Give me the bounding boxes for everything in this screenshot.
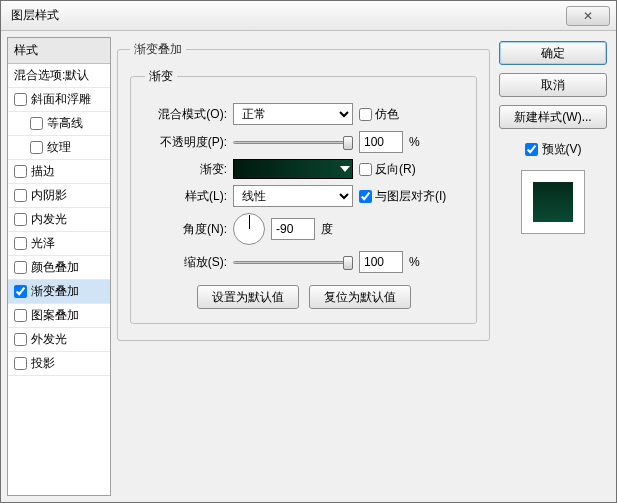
- gradient-inner-group: 渐变 混合模式(O): 正常 仿色 不透明度(P): % 渐变:: [130, 68, 477, 324]
- angle-dial[interactable]: [233, 213, 265, 245]
- style-item-checkbox[interactable]: [14, 189, 27, 202]
- blend-mode-select[interactable]: 正常: [233, 103, 353, 125]
- style-item-checkbox[interactable]: [14, 357, 27, 370]
- style-item-checkbox[interactable]: [30, 141, 43, 154]
- style-item-label: 外发光: [31, 331, 67, 348]
- ok-button[interactable]: 确定: [499, 41, 607, 65]
- style-item[interactable]: 内阴影: [8, 184, 110, 208]
- style-label: 样式(L):: [145, 188, 227, 205]
- preview-checkbox[interactable]: 预览(V): [525, 141, 582, 158]
- style-item-label: 等高线: [47, 115, 83, 132]
- style-item-label: 斜面和浮雕: [31, 91, 91, 108]
- gradient-label: 渐变:: [145, 161, 227, 178]
- preview-swatch: [533, 182, 573, 222]
- style-item[interactable]: 渐变叠加: [8, 280, 110, 304]
- style-item-label: 投影: [31, 355, 55, 372]
- dialog-content: 样式 混合选项:默认 斜面和浮雕等高线纹理描边内阴影内发光光泽颜色叠加渐变叠加图…: [1, 31, 616, 502]
- angle-input[interactable]: [271, 218, 315, 240]
- restore-default-button[interactable]: 复位为默认值: [309, 285, 411, 309]
- style-item[interactable]: 纹理: [8, 136, 110, 160]
- options-panel: 渐变叠加 渐变 混合模式(O): 正常 仿色 不透明度(P): %: [117, 37, 490, 496]
- dither-checkbox[interactable]: 仿色: [359, 106, 399, 123]
- blend-mode-label: 混合模式(O):: [145, 106, 227, 123]
- style-item[interactable]: 描边: [8, 160, 110, 184]
- style-item-label: 描边: [31, 163, 55, 180]
- style-item[interactable]: 外发光: [8, 328, 110, 352]
- styles-header: 样式: [8, 38, 110, 64]
- style-item-checkbox[interactable]: [14, 309, 27, 322]
- scale-label: 缩放(S):: [145, 254, 227, 271]
- scale-slider[interactable]: [233, 254, 353, 270]
- style-item[interactable]: 投影: [8, 352, 110, 376]
- angle-label: 角度(N):: [145, 221, 227, 238]
- style-item-label: 颜色叠加: [31, 259, 79, 276]
- gradient-picker[interactable]: [233, 159, 353, 179]
- style-item[interactable]: 图案叠加: [8, 304, 110, 328]
- style-item-label: 图案叠加: [31, 307, 79, 324]
- style-item-label: 渐变叠加: [31, 283, 79, 300]
- layer-style-dialog: 图层样式 ✕ 样式 混合选项:默认 斜面和浮雕等高线纹理描边内阴影内发光光泽颜色…: [0, 0, 617, 503]
- cancel-button[interactable]: 取消: [499, 73, 607, 97]
- style-item-checkbox[interactable]: [14, 261, 27, 274]
- style-item-label: 内阴影: [31, 187, 67, 204]
- inner-title: 渐变: [145, 68, 177, 85]
- reverse-checkbox[interactable]: 反向(R): [359, 161, 416, 178]
- set-default-button[interactable]: 设置为默认值: [197, 285, 299, 309]
- style-item-checkbox[interactable]: [14, 285, 27, 298]
- opacity-slider[interactable]: [233, 134, 353, 150]
- styles-list: 样式 混合选项:默认 斜面和浮雕等高线纹理描边内阴影内发光光泽颜色叠加渐变叠加图…: [7, 37, 111, 496]
- opacity-input[interactable]: [359, 131, 403, 153]
- gradient-overlay-group: 渐变叠加 渐变 混合模式(O): 正常 仿色 不透明度(P): %: [117, 41, 490, 341]
- style-item[interactable]: 颜色叠加: [8, 256, 110, 280]
- scale-input[interactable]: [359, 251, 403, 273]
- close-button[interactable]: ✕: [566, 6, 610, 26]
- style-item-checkbox[interactable]: [30, 117, 43, 130]
- right-panel: 确定 取消 新建样式(W)... 预览(V): [496, 37, 610, 496]
- style-item-checkbox[interactable]: [14, 237, 27, 250]
- style-select[interactable]: 线性: [233, 185, 353, 207]
- style-item[interactable]: 内发光: [8, 208, 110, 232]
- style-item-checkbox[interactable]: [14, 333, 27, 346]
- preview-box: [521, 170, 585, 234]
- chevron-down-icon: [340, 166, 350, 172]
- blend-options-row[interactable]: 混合选项:默认: [8, 64, 110, 88]
- style-item[interactable]: 斜面和浮雕: [8, 88, 110, 112]
- style-item-checkbox[interactable]: [14, 93, 27, 106]
- style-item[interactable]: 等高线: [8, 112, 110, 136]
- new-style-button[interactable]: 新建样式(W)...: [499, 105, 607, 129]
- titlebar: 图层样式 ✕: [1, 1, 616, 31]
- style-item-checkbox[interactable]: [14, 213, 27, 226]
- style-item-label: 光泽: [31, 235, 55, 252]
- align-checkbox[interactable]: 与图层对齐(I): [359, 188, 446, 205]
- style-item-checkbox[interactable]: [14, 165, 27, 178]
- style-item-label: 纹理: [47, 139, 71, 156]
- style-item-label: 内发光: [31, 211, 67, 228]
- opacity-label: 不透明度(P):: [145, 134, 227, 151]
- group-title: 渐变叠加: [130, 41, 186, 58]
- dialog-title: 图层样式: [7, 7, 566, 24]
- close-icon: ✕: [583, 9, 593, 23]
- style-item[interactable]: 光泽: [8, 232, 110, 256]
